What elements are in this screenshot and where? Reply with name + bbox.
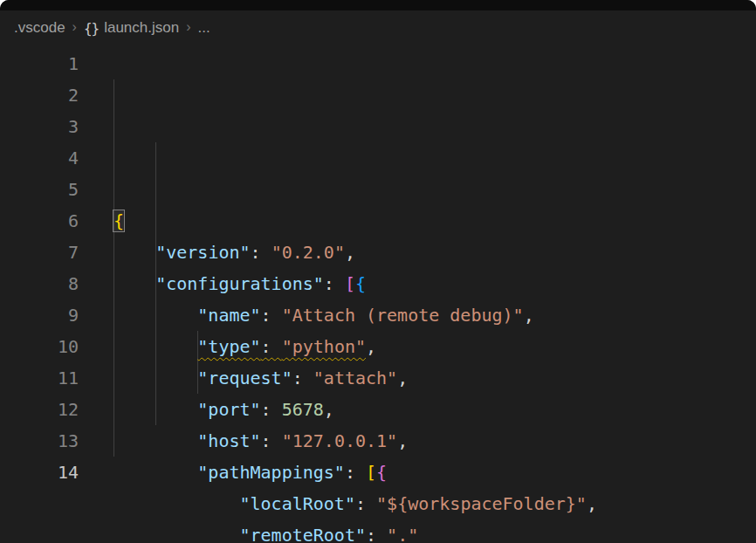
code-line-6[interactable]: "request": "attach", <box>113 362 756 394</box>
line-number: 14 <box>0 457 79 488</box>
line-number: 7 <box>0 237 79 268</box>
code-line-7[interactable]: "port": 5678, <box>113 394 756 425</box>
code-token <box>113 430 197 451</box>
line-number-gutter: 1234567891011121314 <box>0 48 79 543</box>
code-token: : <box>261 336 282 357</box>
line-number: 12 <box>0 394 79 425</box>
code-token: "remoteRoot" <box>240 525 367 543</box>
code-token: , <box>366 336 376 357</box>
code-token: "name" <box>197 305 260 326</box>
code-line-11[interactable]: "remoteRoot": "." <box>113 519 756 543</box>
code-token: { <box>376 462 387 483</box>
code-token: "host" <box>197 430 260 451</box>
code-token: "type" <box>197 336 260 357</box>
code-token: : <box>355 493 376 514</box>
breadcrumb-item-vscode[interactable]: .vscode <box>14 19 65 37</box>
breadcrumb: .vscode › {} launch.json › ... <box>0 10 756 45</box>
code-token: : <box>261 430 282 451</box>
breadcrumb-item-file[interactable]: {} launch.json <box>84 19 179 37</box>
code-token: "127.0.0.1" <box>282 430 397 451</box>
code-line-2[interactable]: "version": "0.2.0", <box>113 237 756 268</box>
breadcrumb-item-label: launch.json <box>104 19 179 37</box>
vscode-window: .vscode › {} launch.json › ... 123456789… <box>0 0 756 543</box>
code-token: { <box>355 273 366 294</box>
code-token: : <box>251 242 271 263</box>
code-token <box>113 273 155 294</box>
code-token: : <box>292 368 313 388</box>
line-number: 11 <box>0 362 79 394</box>
code-token: , <box>397 430 408 451</box>
code-token <box>113 493 240 514</box>
code-token: "Attach (remote debug)" <box>282 305 524 326</box>
line-number: 4 <box>0 142 79 174</box>
code-token: 5678 <box>282 399 324 420</box>
code-token: "configurations" <box>155 273 324 294</box>
code-token <box>113 462 197 483</box>
chevron-right-icon: › <box>186 19 190 35</box>
code-token <box>113 242 155 263</box>
code-token: : <box>261 399 282 420</box>
code-token: "attach" <box>313 368 397 388</box>
code-token <box>113 525 240 543</box>
tab-strip <box>0 0 756 10</box>
line-number: 3 <box>0 111 79 142</box>
breadcrumb-item-symbol[interactable]: ... <box>198 19 210 37</box>
code-token: "python" <box>282 336 366 357</box>
code-token: : <box>261 305 282 326</box>
code-token: : <box>345 462 366 483</box>
code-line-8[interactable]: "host": "127.0.0.1", <box>113 425 756 457</box>
code-token: : <box>324 273 345 294</box>
code-token: "request" <box>197 368 292 388</box>
code-token: "." <box>387 525 418 543</box>
chevron-right-icon: › <box>72 19 77 35</box>
code-token: , <box>324 399 334 420</box>
code-token: "localRoot" <box>240 493 355 514</box>
code-token <box>113 305 197 326</box>
code-token: "pathMappings" <box>197 462 345 483</box>
line-number: 1 <box>0 48 79 79</box>
code-line-1[interactable]: { <box>113 205 756 237</box>
code-line-4[interactable]: "name": "Attach (remote debug)", <box>113 299 756 331</box>
line-number: 6 <box>0 205 79 237</box>
code-token: "version" <box>155 242 250 263</box>
line-number: 8 <box>0 268 79 299</box>
line-number: 2 <box>0 79 79 111</box>
code-line-9[interactable]: "pathMappings": [{ <box>113 457 756 488</box>
code-token <box>113 336 197 357</box>
code-token <box>113 368 197 388</box>
code-token <box>113 399 197 420</box>
code-token: , <box>524 305 534 326</box>
code-token: [ <box>366 462 376 483</box>
line-number: 5 <box>0 174 79 205</box>
code-token: : <box>366 525 387 543</box>
line-number: 9 <box>0 299 79 331</box>
code-line-5[interactable]: "type": "python", <box>113 331 756 362</box>
code-token: , <box>345 242 355 263</box>
json-file-icon: {} <box>84 20 99 37</box>
code-line-10[interactable]: "localRoot": "${workspaceFolder}", <box>113 488 756 519</box>
code-token: "0.2.0" <box>271 242 345 263</box>
line-number: 13 <box>0 425 79 457</box>
line-number: 10 <box>0 331 79 362</box>
code-line-3[interactable]: "configurations": [{ <box>113 268 756 299</box>
code-token: , <box>397 368 408 388</box>
code-area[interactable]: { "version": "0.2.0", "configurations": … <box>113 48 756 543</box>
code-token: { <box>113 210 124 231</box>
code-token: , <box>587 493 597 514</box>
code-token: "port" <box>197 399 260 420</box>
code-token: "${workspaceFolder}" <box>376 493 587 514</box>
code-token: [ <box>345 273 355 294</box>
editor[interactable]: 1234567891011121314 { "version": "0.2.0"… <box>0 45 756 543</box>
